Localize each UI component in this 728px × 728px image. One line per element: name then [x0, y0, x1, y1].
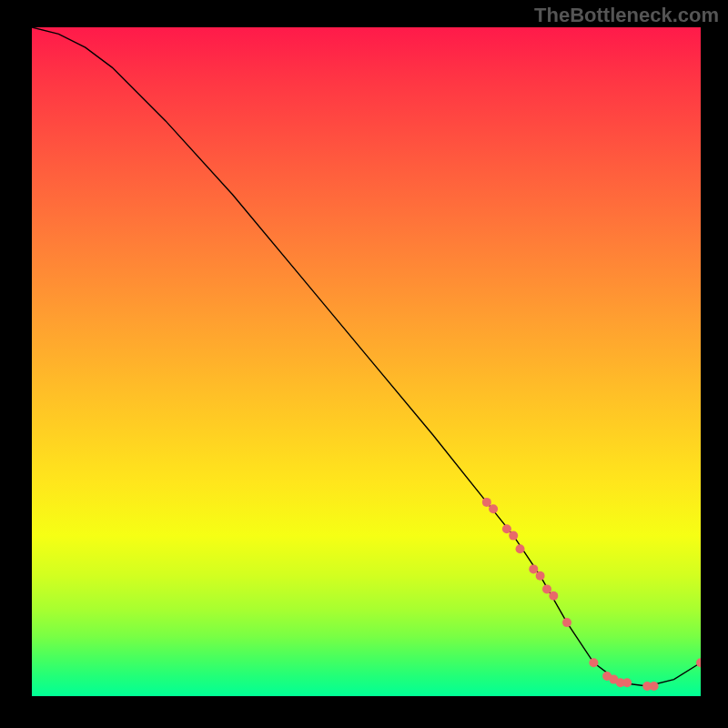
chart-dot — [542, 584, 551, 593]
chart-dot — [529, 564, 538, 573]
chart-overlay-svg — [32, 27, 701, 696]
chart-dot — [650, 682, 659, 691]
chart-dot — [589, 658, 598, 667]
watermark-text: TheBottleneck.com — [534, 4, 719, 27]
chart-dot — [489, 504, 498, 513]
chart-highlight-dots — [482, 498, 701, 691]
chart-dot — [536, 571, 545, 581]
chart-dot — [502, 524, 511, 533]
chart-dot — [622, 678, 632, 687]
chart-dot — [482, 498, 491, 507]
chart-dot — [696, 658, 701, 667]
chart-dot — [562, 618, 571, 627]
chart-dot — [516, 544, 525, 553]
chart-dot — [509, 531, 518, 541]
chart-plot-area — [32, 27, 701, 696]
chart-dot — [549, 592, 558, 601]
chart-line — [32, 27, 701, 686]
